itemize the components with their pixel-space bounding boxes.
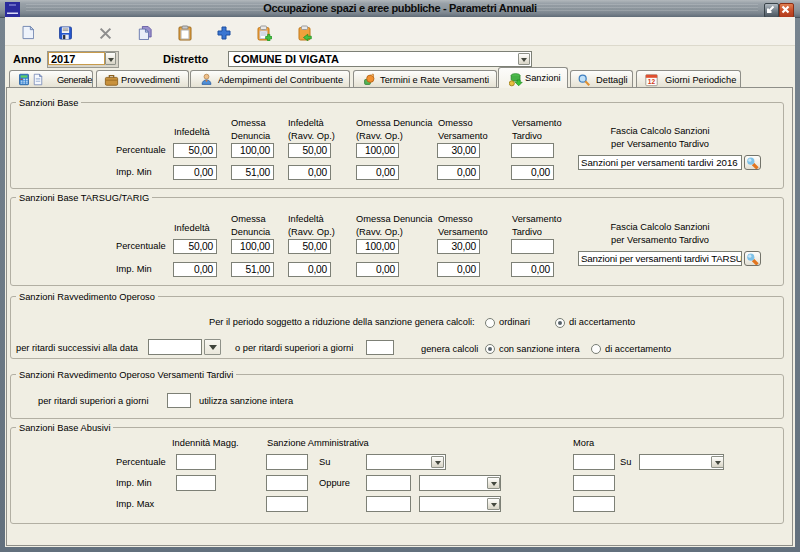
svg-text:12: 12 <box>648 78 656 85</box>
